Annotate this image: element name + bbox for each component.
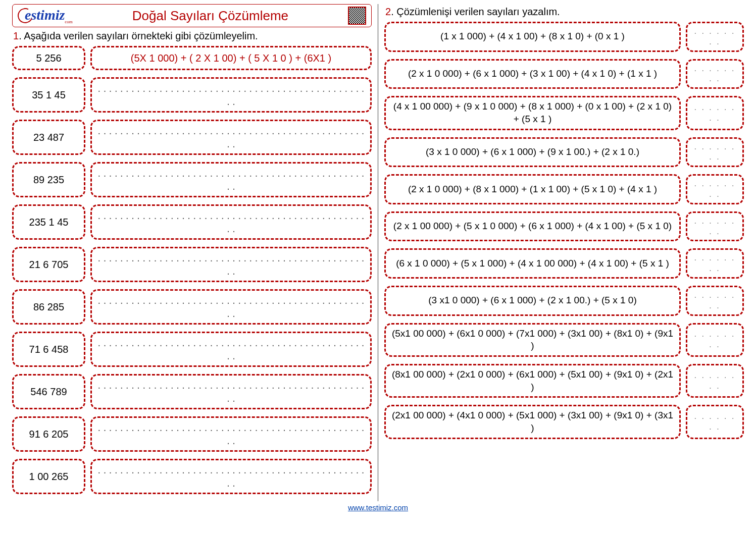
answer-box: . . . . . . . . xyxy=(686,364,744,398)
footer-link[interactable]: www.testimiz.com xyxy=(348,503,408,512)
section1-rows: 5 256(5X 1 000) + ( 2 X 1 00) + ( 5 X 1 … xyxy=(12,46,372,494)
expression-box: (2 x 1 00 000) + (5 x 1 0 000) + (6 x 1 … xyxy=(384,211,681,242)
header: estimizcom Doğal Sayıları Çözümleme xyxy=(12,4,372,27)
section2-row: (8x1 00 000) + (2x1 0 000) + (6x1 000) +… xyxy=(384,364,744,398)
number-box: 5 256 xyxy=(12,46,85,70)
expansion-box: . . . . . . . . . . . . . . . . . . . . … xyxy=(90,120,372,155)
page-title: Doğal Sayıları Çözümleme xyxy=(73,8,348,24)
number-box: 23 487 xyxy=(12,120,85,155)
expansion-box: . . . . . . . . . . . . . . . . . . . . … xyxy=(90,77,372,113)
section1-row: 5 256(5X 1 000) + ( 2 X 1 00) + ( 5 X 1 … xyxy=(12,46,372,70)
number-box: 86 285 xyxy=(12,289,85,325)
number-box: 21 6 705 xyxy=(12,247,85,282)
number-box: 1 00 265 xyxy=(12,459,85,494)
expansion-box: . . . . . . . . . . . . . . . . . . . . … xyxy=(90,459,372,494)
expansion-box: . . . . . . . . . . . . . . . . . . . . … xyxy=(90,416,372,452)
answer-box: . . . . . . . . xyxy=(686,22,744,52)
section2-row: (2 x 1 00 000) + (5 x 1 0 000) + (6 x 1 … xyxy=(384,211,744,242)
answer-box: . . . . . . . . xyxy=(686,174,744,204)
section1-row: 89 235. . . . . . . . . . . . . . . . . … xyxy=(12,162,372,197)
expansion-box: . . . . . . . . . . . . . . . . . . . . … xyxy=(90,204,372,240)
section2-number: 2 xyxy=(385,6,391,17)
expansion-box: . . . . . . . . . . . . . . . . . . . . … xyxy=(90,332,372,367)
expression-box: (1 x 1 000) + (4 x 1 00) + (8 x 1 0) + (… xyxy=(384,22,681,52)
expression-box: (2x1 00 000) + (4x1 0 000) + (5x1 000) +… xyxy=(384,405,681,439)
expression-box: (3 x 1 0 000) + (6 x 1 000) + (9 x 1 00.… xyxy=(384,137,681,168)
section2-row: (1 x 1 000) + (4 x 1 00) + (8 x 1 0) + (… xyxy=(384,22,744,52)
section2-text: . Çözümlenişi verilen sayıları yazalım. xyxy=(391,6,560,17)
number-box: 235 1 45 xyxy=(12,204,85,240)
answer-box: . . . . . . . . xyxy=(686,96,744,130)
section1-row: 71 6 458. . . . . . . . . . . . . . . . … xyxy=(12,332,372,367)
section2-row: (3 x1 0 000) + (6 x 1 000) + (2 x 1 00.)… xyxy=(384,286,744,316)
answer-box: . . . . . . . . xyxy=(686,323,744,357)
logo-text: estimiz xyxy=(25,7,65,23)
expansion-box: . . . . . . . . . . . . . . . . . . . . … xyxy=(90,374,372,409)
section1-row: 1 00 265. . . . . . . . . . . . . . . . … xyxy=(12,459,372,494)
number-box: 35 1 45 xyxy=(12,77,85,113)
answer-box: . . . . . . . . xyxy=(686,286,744,316)
expression-box: (2 x 1 0 000) + (6 x 1 000) + (3 x 1 00)… xyxy=(384,59,681,89)
logo-sub: com xyxy=(65,19,73,24)
expression-box: (8x1 00 000) + (2x1 0 000) + (6x1 000) +… xyxy=(384,364,681,398)
answer-box: . . . . . . . . xyxy=(686,137,744,168)
footer: www.testimiz.com xyxy=(0,503,756,515)
answer-box: . . . . . . . . xyxy=(686,248,744,279)
worksheet-page: estimizcom Doğal Sayıları Çözümleme 1. A… xyxy=(0,0,756,503)
section2-row: (5x1 00 000) + (6x1 0 000) + (7x1 000) +… xyxy=(384,323,744,357)
section2-row: (2x1 00 000) + (4x1 0 000) + (5x1 000) +… xyxy=(384,405,744,439)
section2-row: (2 x 1 0 000) + (6 x 1 000) + (3 x 1 00)… xyxy=(384,59,744,89)
expression-box: (4 x 1 00 000) + (9 x 1 0 000) + (8 x 1 … xyxy=(384,96,681,130)
answer-box: . . . . . . . . xyxy=(686,211,744,242)
right-column: 2. Çözümlenişi verilen sayıları yazalım.… xyxy=(378,4,750,501)
number-box: 546 789 xyxy=(12,374,85,409)
section2-row: (3 x 1 0 000) + (6 x 1 000) + (9 x 1 00.… xyxy=(384,137,744,168)
expression-box: (3 x1 0 000) + (6 x 1 000) + (2 x 1 00.)… xyxy=(384,286,681,316)
section2-instruction: 2. Çözümlenişi verilen sayıları yazalım. xyxy=(385,6,744,18)
expression-box: (6 x 1 0 000) + (5 x 1 000) + (4 x 1 00 … xyxy=(384,248,681,279)
number-box: 89 235 xyxy=(12,162,85,197)
section1-row: 35 1 45. . . . . . . . . . . . . . . . .… xyxy=(12,77,372,113)
expansion-box: . . . . . . . . . . . . . . . . . . . . … xyxy=(90,162,372,197)
section1-row: 86 285. . . . . . . . . . . . . . . . . … xyxy=(12,289,372,325)
section1-row: 91 6 205. . . . . . . . . . . . . . . . … xyxy=(12,416,372,452)
section2-row: (6 x 1 0 000) + (5 x 1 000) + (4 x 1 00 … xyxy=(384,248,744,279)
example-expansion-box: (5X 1 000) + ( 2 X 1 00) + ( 5 X 1 0 ) +… xyxy=(90,46,372,70)
section1-row: 21 6 705. . . . . . . . . . . . . . . . … xyxy=(12,247,372,282)
number-box: 71 6 458 xyxy=(12,332,85,367)
section1-row: 546 789. . . . . . . . . . . . . . . . .… xyxy=(12,374,372,409)
section1-row: 23 487. . . . . . . . . . . . . . . . . … xyxy=(12,120,372,155)
qr-code-icon xyxy=(348,7,366,25)
section2-row: (4 x 1 00 000) + (9 x 1 0 000) + (8 x 1 … xyxy=(384,96,744,130)
logo: estimizcom xyxy=(18,7,73,24)
expansion-box: . . . . . . . . . . . . . . . . . . . . … xyxy=(90,247,372,282)
answer-box: . . . . . . . . xyxy=(686,59,744,89)
answer-box: . . . . . . . . xyxy=(686,405,744,439)
section1-row: 235 1 45. . . . . . . . . . . . . . . . … xyxy=(12,204,372,240)
section1-instruction: 1. Aşağıda verilen sayıları örnekteki gi… xyxy=(13,30,372,42)
section1-text: . Aşağıda verilen sayıları örnekteki gib… xyxy=(19,30,258,41)
section1-number: 1 xyxy=(13,30,19,41)
section2-rows: (1 x 1 000) + (4 x 1 00) + (8 x 1 0) + (… xyxy=(384,22,744,439)
number-box: 91 6 205 xyxy=(12,416,85,452)
section2-row: (2 x 1 0 000) + (8 x 1 000) + (1 x 1 00)… xyxy=(384,174,744,204)
expression-box: (5x1 00 000) + (6x1 0 000) + (7x1 000) +… xyxy=(384,323,681,357)
left-column: estimizcom Doğal Sayıları Çözümleme 1. A… xyxy=(6,4,378,501)
expression-box: (2 x 1 0 000) + (8 x 1 000) + (1 x 1 00)… xyxy=(384,174,681,204)
expansion-box: . . . . . . . . . . . . . . . . . . . . … xyxy=(90,289,372,325)
